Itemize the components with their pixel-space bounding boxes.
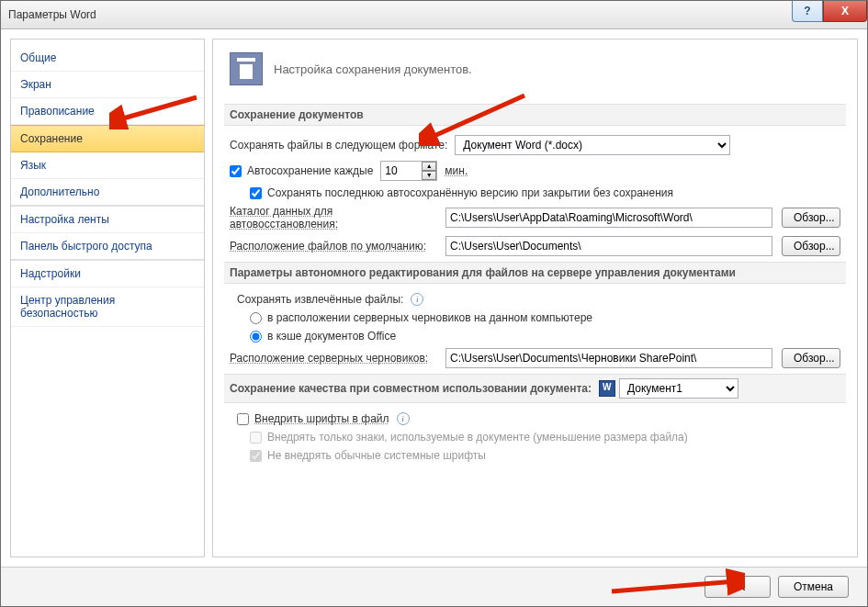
sidebar-item-general[interactable]: Общие bbox=[11, 45, 204, 72]
sidebar-item-save[interactable]: Сохранение bbox=[11, 125, 204, 152]
document-selector: Документ1 bbox=[599, 378, 738, 399]
input-autosave-minutes[interactable] bbox=[381, 162, 422, 180]
label-default-location: Расположение файлов по умолчанию: bbox=[230, 240, 436, 253]
select-document[interactable]: Документ1 bbox=[619, 378, 738, 399]
input-server-drafts-path[interactable] bbox=[445, 348, 772, 368]
row-server-drafts-path: Расположение серверных черновиков: Обзор… bbox=[230, 348, 840, 368]
window-buttons: ? X bbox=[792, 1, 867, 21]
label-preserve-fidelity: Сохранение качества при совместном испол… bbox=[230, 382, 592, 395]
sidebar-item-proofing[interactable]: Правописание bbox=[11, 98, 204, 125]
window-title: Параметры Word bbox=[8, 8, 96, 21]
sidebar-item-language[interactable]: Язык bbox=[11, 152, 204, 179]
row-embed-fonts: Внедрить шрифты в файл i bbox=[230, 412, 840, 425]
label-server-drafts-path: Расположение серверных черновиков: bbox=[230, 352, 436, 365]
label-autosave-unit: мин. bbox=[445, 164, 468, 177]
checkbox-embed-sub2-input bbox=[250, 450, 262, 462]
titlebar: Параметры Word ? X bbox=[1, 1, 867, 29]
row-embed-sub1: Внедрять только знаки, используемые в до… bbox=[230, 431, 840, 444]
row-autosave: Автосохранение каждые ▲ ▼ мин. bbox=[230, 161, 840, 181]
label-radio-office-cache: в кэше документов Office bbox=[267, 330, 396, 343]
browse-server-drafts-button[interactable]: Обзор... bbox=[782, 348, 840, 368]
dialog-window: Параметры Word ? X Общие Экран Правописа… bbox=[0, 0, 868, 607]
ok-button[interactable]: OK bbox=[705, 576, 771, 598]
label-extracted-files: Сохранять извлечённые файлы: bbox=[237, 293, 403, 306]
checkbox-embed-sub1: Внедрять только знаки, используемые в до… bbox=[250, 431, 688, 444]
close-button[interactable]: X bbox=[823, 1, 867, 22]
row-radio-server-drafts: в расположении серверных черновиков на д… bbox=[230, 311, 840, 324]
checkbox-embed-sub2: Не внедрять обычные системные шрифты bbox=[250, 449, 486, 462]
radio-server-drafts[interactable]: в расположении серверных черновиков на д… bbox=[250, 311, 592, 324]
panel-header: Настройка сохранения документов. bbox=[230, 47, 840, 98]
sidebar-item-addins[interactable]: Надстройки bbox=[11, 261, 204, 287]
label-autorecover-path: Каталог данных для автовосстановления: bbox=[230, 205, 436, 230]
label-embed-sub1: Внедрять только знаки, используемые в до… bbox=[267, 431, 688, 444]
row-autorecover-path: Каталог данных для автовосстановления: О… bbox=[230, 205, 840, 230]
sidebar-item-ribbon[interactable]: Настройка ленты bbox=[11, 207, 204, 233]
radio-office-cache[interactable]: в кэше документов Office bbox=[250, 330, 396, 343]
label-autosave: Автосохранение каждые bbox=[247, 164, 373, 177]
radio-server-drafts-input[interactable] bbox=[250, 312, 262, 324]
sidebar-item-advanced[interactable]: Дополнительно bbox=[11, 179, 204, 207]
browse-autorecover-button[interactable]: Обзор... bbox=[782, 208, 840, 228]
row-save-format: Сохранять файлы в следующем формате: Док… bbox=[230, 135, 840, 155]
word-doc-icon bbox=[599, 380, 615, 397]
input-autorecover-path[interactable] bbox=[445, 208, 772, 228]
spinner-autosave-minutes: ▲ ▼ bbox=[380, 161, 437, 181]
sidebar-item-qat[interactable]: Панель быстрого доступа bbox=[11, 233, 204, 261]
cancel-button[interactable]: Отмена bbox=[778, 576, 849, 598]
category-sidebar: Общие Экран Правописание Сохранение Язык… bbox=[10, 39, 205, 557]
select-save-format[interactable]: Документ Word (*.docx) bbox=[455, 135, 730, 155]
checkbox-embed-sub1-input bbox=[250, 432, 262, 444]
radio-office-cache-input[interactable] bbox=[250, 331, 262, 343]
row-radio-office-cache: в кэше документов Office bbox=[230, 330, 840, 343]
section-save-documents: Сохранение документов bbox=[224, 104, 846, 126]
main-panel: Настройка сохранения документов. Сохране… bbox=[212, 39, 858, 557]
checkbox-autosave[interactable]: Автосохранение каждые bbox=[230, 164, 373, 177]
help-button[interactable]: ? bbox=[792, 1, 823, 22]
browse-default-location-button[interactable]: Обзор... bbox=[782, 236, 840, 256]
label-save-format: Сохранять файлы в следующем формате: bbox=[230, 139, 447, 152]
info-icon[interactable]: i bbox=[411, 293, 423, 306]
row-extracted-files: Сохранять извлечённые файлы: i bbox=[230, 293, 840, 306]
section-offline-editing: Параметры автономного редактирования для… bbox=[224, 262, 846, 284]
row-default-location: Расположение файлов по умолчанию: Обзор.… bbox=[230, 236, 840, 256]
label-embed-sub2: Не внедрять обычные системные шрифты bbox=[267, 449, 486, 462]
checkbox-embed-fonts-input[interactable] bbox=[237, 413, 249, 425]
checkbox-embed-fonts[interactable]: Внедрить шрифты в файл bbox=[237, 412, 389, 425]
sidebar-item-trust[interactable]: Центр управления безопасностью bbox=[11, 287, 204, 327]
label-keep-last: Сохранять последнюю автосохранённую верс… bbox=[267, 186, 673, 199]
section-preserve-fidelity: Сохранение качества при совместном испол… bbox=[224, 374, 846, 403]
row-embed-sub2: Не внедрять обычные системные шрифты bbox=[230, 449, 840, 462]
dialog-footer: OK Отмена bbox=[1, 567, 867, 606]
checkbox-autosave-input[interactable] bbox=[230, 165, 242, 177]
checkbox-keep-last-input[interactable] bbox=[250, 187, 262, 199]
row-keep-last: Сохранять последнюю автосохранённую верс… bbox=[230, 186, 840, 199]
spinner-up-icon[interactable]: ▲ bbox=[422, 162, 436, 171]
sidebar-item-display[interactable]: Экран bbox=[11, 72, 204, 98]
input-default-location[interactable] bbox=[445, 236, 772, 256]
checkbox-keep-last[interactable]: Сохранять последнюю автосохранённую верс… bbox=[250, 186, 673, 199]
info-icon[interactable]: i bbox=[397, 412, 410, 425]
spinner-down-icon[interactable]: ▼ bbox=[422, 171, 436, 180]
label-embed-fonts: Внедрить шрифты в файл bbox=[254, 412, 389, 425]
panel-header-text: Настройка сохранения документов. bbox=[274, 62, 472, 76]
label-radio-server-drafts: в расположении серверных черновиков на д… bbox=[267, 311, 592, 324]
save-icon bbox=[230, 52, 263, 85]
